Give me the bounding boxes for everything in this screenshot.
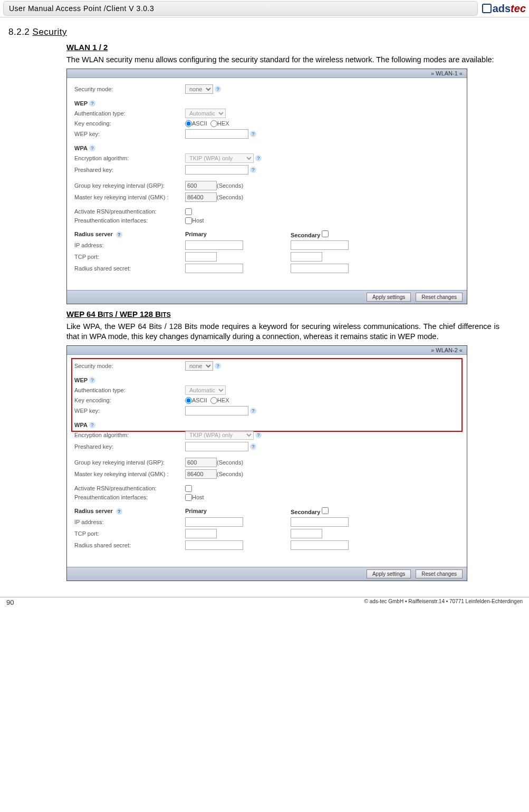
hex-radio[interactable] xyxy=(210,120,217,127)
apply-button[interactable]: Apply settings xyxy=(367,569,411,578)
ip-primary-input[interactable] xyxy=(185,240,243,250)
logo-text-1: ads xyxy=(493,3,511,14)
key-enc-label: Key encoding: xyxy=(74,397,185,403)
auth-type-label: Authentication type: xyxy=(74,110,185,117)
apply-button[interactable]: Apply settings xyxy=(367,293,411,302)
enc-alg-select[interactable]: TKIP (WPA) only xyxy=(185,153,254,163)
ascii-label: ASCII xyxy=(192,397,207,403)
secondary-label: Secondary xyxy=(291,507,396,515)
help-icon[interactable]: ? xyxy=(89,377,95,383)
panel-1-head: » WLAN-1 « xyxy=(67,69,467,78)
rad-secret-label: Radius shared secret: xyxy=(74,265,185,272)
psk-input[interactable] xyxy=(185,165,248,175)
rsn-label: Activate RSN/preauthentication: xyxy=(74,485,185,491)
tcp-secondary-input[interactable] xyxy=(291,252,322,262)
preauth-if-label: Preauthentication interfaces: xyxy=(74,494,185,500)
panel-footer: Apply settings Reset changes xyxy=(67,290,467,304)
rad-secret-primary-input[interactable] xyxy=(185,264,243,273)
wep-section-label: WEP xyxy=(74,100,88,107)
help-icon[interactable]: ? xyxy=(116,508,122,515)
help-icon[interactable]: ? xyxy=(250,167,256,173)
wep-key-label: WEP key: xyxy=(74,408,185,414)
radius-section-label: Radius server ? xyxy=(74,231,185,238)
host-checkbox[interactable] xyxy=(185,494,192,501)
wlan-heading: WLAN 1 / 2 xyxy=(66,43,499,52)
radius-section-label: Radius server ? xyxy=(74,508,185,515)
wep-key-input[interactable] xyxy=(185,406,248,415)
ascii-radio[interactable] xyxy=(185,120,192,127)
gmk-input[interactable] xyxy=(185,469,217,479)
ip-secondary-input[interactable] xyxy=(291,240,349,250)
help-icon[interactable]: ? xyxy=(215,363,221,369)
rad-secret-label: Radius shared secret: xyxy=(74,542,185,548)
rsn-checkbox[interactable] xyxy=(185,208,192,215)
host-label: Host xyxy=(192,494,204,500)
psk-label: Preshared key: xyxy=(74,443,185,450)
section-number: 8.2.2 xyxy=(8,27,30,37)
ip-primary-input[interactable] xyxy=(185,517,243,527)
security-mode-select[interactable]: none xyxy=(185,84,213,94)
ascii-radio[interactable] xyxy=(185,397,192,404)
help-icon[interactable]: ? xyxy=(89,145,95,151)
grp-input[interactable] xyxy=(185,458,217,467)
rad-secret-secondary-input[interactable] xyxy=(291,540,349,550)
seconds-label: (Seconds) xyxy=(217,182,243,189)
rad-secret-secondary-input[interactable] xyxy=(291,264,349,273)
gmk-label: Master key rekeying interval (GMK) : xyxy=(74,194,185,200)
auth-type-select[interactable]: Automatic xyxy=(185,385,226,395)
wep-section-label: WEP xyxy=(74,377,88,383)
enc-alg-label: Encryption algorithm: xyxy=(74,155,185,161)
logo-text-2: tec xyxy=(511,3,526,14)
help-icon[interactable]: ? xyxy=(255,155,262,161)
help-icon[interactable]: ? xyxy=(89,422,95,428)
ip-secondary-input[interactable] xyxy=(291,517,349,527)
reset-button[interactable]: Reset changes xyxy=(416,293,463,302)
security-mode-label: Security mode: xyxy=(74,363,185,369)
help-icon[interactable]: ? xyxy=(255,432,262,438)
help-icon[interactable]: ? xyxy=(250,131,256,137)
grp-input[interactable] xyxy=(185,181,217,190)
screenshot-panel-2: » WLAN-2 « Security mode: none ? WEP? Au… xyxy=(66,345,467,581)
intro-paragraph: The WLAN security menu allows configurin… xyxy=(66,55,499,65)
grp-label: Group key rekeying interval (GRP): xyxy=(74,182,185,189)
primary-label: Primary xyxy=(185,508,291,514)
section-heading: 8.2.2 Security xyxy=(8,27,499,37)
security-mode-select[interactable]: none xyxy=(185,361,213,371)
host-checkbox[interactable] xyxy=(185,217,192,224)
secondary-checkbox[interactable] xyxy=(322,230,329,237)
enc-alg-select[interactable]: TKIP (WPA) only xyxy=(185,430,254,440)
panel-footer: Apply settings Reset changes xyxy=(67,567,467,581)
primary-label: Primary xyxy=(185,231,291,237)
reset-button[interactable]: Reset changes xyxy=(416,569,463,578)
header-title-bar: User Manual Access Point /Client V 3.0.3 xyxy=(3,1,478,16)
psk-input[interactable] xyxy=(185,442,248,451)
rsn-checkbox[interactable] xyxy=(185,485,192,492)
secondary-label: Secondary xyxy=(291,230,396,238)
help-icon[interactable]: ? xyxy=(89,100,95,107)
page-footer: 90 © ads-tec GmbH • Raiffeisenstr.14 • 7… xyxy=(0,597,529,607)
rsn-label: Activate RSN/preauthentication: xyxy=(74,208,185,215)
rad-secret-primary-input[interactable] xyxy=(185,540,243,550)
key-enc-label: Key encoding: xyxy=(74,120,185,127)
wep-key-input[interactable] xyxy=(185,129,248,139)
help-icon[interactable]: ? xyxy=(250,408,256,414)
auth-type-select[interactable]: Automatic xyxy=(185,109,226,118)
secondary-checkbox[interactable] xyxy=(322,507,329,514)
help-icon[interactable]: ? xyxy=(250,443,256,450)
seconds-label: (Seconds) xyxy=(217,459,243,466)
help-icon[interactable]: ? xyxy=(116,231,122,238)
page-content: 8.2.2 Security WLAN 1 / 2 The WLAN secur… xyxy=(0,17,529,592)
auth-type-label: Authentication type: xyxy=(74,387,185,393)
screenshot-panel-1: » WLAN-1 « Security mode: none ? WEP? Au… xyxy=(66,69,467,304)
wep-paragraph: Like WPA, the WEP 64 Bits / 128 Bits mod… xyxy=(66,322,499,342)
wpa-section-label: WPA xyxy=(74,422,88,428)
tcp-primary-input[interactable] xyxy=(185,252,217,262)
hex-radio[interactable] xyxy=(210,397,217,404)
tcp-secondary-input[interactable] xyxy=(291,529,322,538)
enc-alg-label: Encryption algorithm: xyxy=(74,432,185,438)
psk-label: Preshared key: xyxy=(74,167,185,173)
tcp-primary-input[interactable] xyxy=(185,529,217,538)
gmk-input[interactable] xyxy=(185,192,217,202)
help-icon[interactable]: ? xyxy=(215,86,221,92)
logo-text: adstec xyxy=(493,3,526,15)
